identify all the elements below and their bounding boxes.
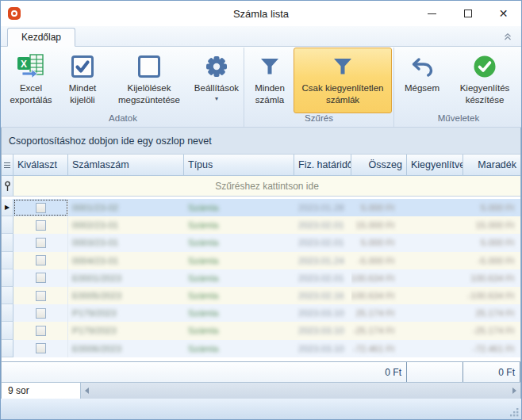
cell-maradek-text: -5.000 Ft (478, 256, 514, 265)
cancel-button[interactable]: Mégsem (396, 48, 448, 113)
minimize-icon (428, 13, 436, 14)
row-indicator-cell[interactable] (2, 234, 13, 251)
select-cell[interactable] (13, 199, 68, 216)
cell-osszeg: -72.461 Ft (351, 340, 407, 357)
cell-tipus: Számla (184, 216, 294, 234)
clear-selection-button[interactable]: Kijelölések megszüntetése (107, 48, 191, 113)
cell-szamlaszam-text: 0001/23-02 (72, 203, 118, 212)
select-all-button[interactable]: Mindet kijelöli (58, 48, 107, 113)
table-row[interactable]: 0003/23-01Számla2023.02.015.000 Ft5.000 … (2, 234, 520, 251)
ribbon: X Excel exportálás Mindet kijelöli (1, 47, 521, 128)
cell-fiz-hatarido-text: 2023.02.01 (298, 238, 344, 247)
row-checkbox[interactable] (36, 326, 46, 336)
cell-kiegyenlitve (407, 340, 463, 357)
grid-rows: ▶0001/23-02Számla2023.01.285.000 Ft5.000… (2, 199, 520, 357)
auto-filter-row[interactable]: Szűréshez kattintson ide (2, 176, 520, 197)
cell-fiz-hatarido-text: 2023.02.01 (298, 273, 344, 283)
scroll-right-arrow-icon[interactable] (512, 388, 516, 394)
column-header-kiegyenlitve[interactable]: Kiegyenlítve (407, 155, 463, 175)
table-row[interactable]: 0002/23-01Számla2023.02.0115.000 Ft15.00… (2, 216, 520, 234)
settings-button[interactable]: Beállítások ▾ (191, 48, 242, 113)
select-cell[interactable] (13, 340, 68, 357)
table-row[interactable]: P179/2023Számla2023.03.10-25.174 Ft-25.1… (2, 322, 520, 339)
current-row-arrow-icon: ▶ (5, 204, 10, 211)
column-header-osszeg[interactable]: Összeg (351, 155, 407, 175)
cell-szamlaszam: 0002/23-01 (68, 216, 184, 234)
cell-maradek: 5.000 Ft (463, 199, 520, 216)
select-cell[interactable] (13, 216, 68, 234)
scroll-left-arrow-icon[interactable] (85, 388, 89, 394)
row-checkbox[interactable] (36, 238, 46, 248)
row-checkbox[interactable] (36, 291, 46, 301)
tab-kezdolap[interactable]: Kezdőlap (7, 28, 75, 47)
table-row[interactable]: E0005/2023Számla2023.02.16-100.634 Ft-10… (2, 287, 520, 304)
cell-osszeg-text: 100.634 Ft (351, 273, 394, 283)
select-cell[interactable] (13, 287, 68, 304)
column-header-tipus[interactable]: Típus (184, 155, 294, 175)
row-indicator-cell[interactable] (2, 340, 13, 357)
horizontal-scrollbar[interactable] (81, 383, 520, 399)
column-header-fiz-hatarido[interactable]: Fiz. határidő (294, 155, 351, 175)
row-indicator-cell[interactable] (2, 287, 13, 304)
row-checkbox[interactable] (36, 308, 46, 319)
row-count-label: 9 sor (2, 383, 81, 399)
select-cell[interactable] (13, 304, 68, 322)
filter-row-text[interactable]: Szűréshez kattintson ide (13, 176, 520, 196)
all-invoices-button[interactable]: Minden számla (246, 48, 294, 113)
row-checkbox[interactable] (36, 220, 46, 231)
row-checkbox[interactable] (36, 273, 46, 283)
grid-footer: 9 sor (2, 382, 520, 399)
column-header-maradek[interactable]: Maradék (463, 155, 520, 175)
cell-szamlaszam: E0005/2023 (68, 287, 184, 304)
cell-osszeg: 25.174 Ft (351, 304, 407, 322)
maximize-button[interactable] (450, 1, 486, 26)
grid-corner-button[interactable] (2, 155, 13, 175)
row-indicator-cell[interactable] (2, 322, 13, 339)
row-checkbox[interactable] (36, 203, 46, 213)
row-indicator-cell[interactable] (2, 216, 13, 234)
select-cell[interactable] (13, 269, 68, 287)
table-row[interactable]: 0004/23-01Számla2023.01.24-5.000 Ft-5.00… (2, 252, 520, 269)
row-checkbox[interactable] (36, 343, 46, 353)
menu-lines-icon (4, 162, 10, 168)
row-indicator-cell[interactable] (2, 304, 13, 322)
cell-maradek: -100.634 Ft (463, 287, 520, 304)
resize-grip[interactable] (509, 407, 520, 418)
row-checkbox[interactable] (36, 255, 46, 265)
cell-tipus-text: Számla (188, 203, 218, 212)
excel-export-button[interactable]: X Excel exportálás (4, 48, 58, 113)
cell-kiegyenlitve (407, 234, 463, 251)
cell-tipus: Számla (184, 340, 294, 357)
table-row[interactable]: E0001/2023Számla2023.02.01100.634 Ft100.… (2, 269, 520, 287)
row-indicator-cell[interactable] (2, 269, 13, 287)
row-indicator-cell[interactable]: ▶ (2, 199, 13, 216)
cell-osszeg: 100.634 Ft (351, 269, 407, 287)
table-row[interactable]: P179/2023Számla2023.03.1025.174 Ft25.174… (2, 304, 520, 322)
minimize-button[interactable] (414, 1, 450, 26)
cell-osszeg: 5.000 Ft (351, 199, 407, 216)
group-label-adatok: Adatok (4, 113, 242, 127)
table-row[interactable]: E0006/2023Számla2023.03.10-72.461 Ft-72.… (2, 340, 520, 357)
summary-kiegyenlitve-total (407, 362, 463, 382)
all-invoices-label: Minden számla (247, 82, 293, 105)
column-header-kivalaszt[interactable]: Kiválaszt (13, 155, 68, 175)
column-header-szamlaszam[interactable]: Számlaszám (68, 155, 184, 175)
table-row[interactable]: ▶0001/23-02Számla2023.01.285.000 Ft5.000… (2, 199, 520, 216)
group-by-panel[interactable]: Csoportosításhoz dobjon ide egy oszlop n… (2, 128, 520, 155)
cell-szamlaszam-text: 0004/23-01 (72, 256, 118, 265)
select-cell[interactable] (13, 322, 68, 339)
cancel-label: Mégsem (405, 82, 439, 94)
checkbox-checked-icon (71, 52, 94, 81)
select-cell[interactable] (13, 252, 68, 269)
window-controls: ✕ (414, 1, 521, 26)
cell-tipus: Számla (184, 199, 294, 216)
select-cell[interactable] (13, 234, 68, 251)
status-bar (1, 399, 521, 419)
make-settlement-button[interactable]: Kiegyenlítés készítése (448, 48, 521, 113)
close-button[interactable]: ✕ (486, 1, 521, 26)
cell-fiz-hatarido-text: 2023.02.01 (298, 220, 344, 230)
ribbon-collapse-button[interactable] (502, 32, 513, 43)
excel-export-icon: X (17, 52, 45, 81)
row-indicator-cell[interactable] (2, 252, 13, 269)
unpaid-invoices-button[interactable]: Csak kiegyenlítetlen számlák (294, 48, 392, 113)
